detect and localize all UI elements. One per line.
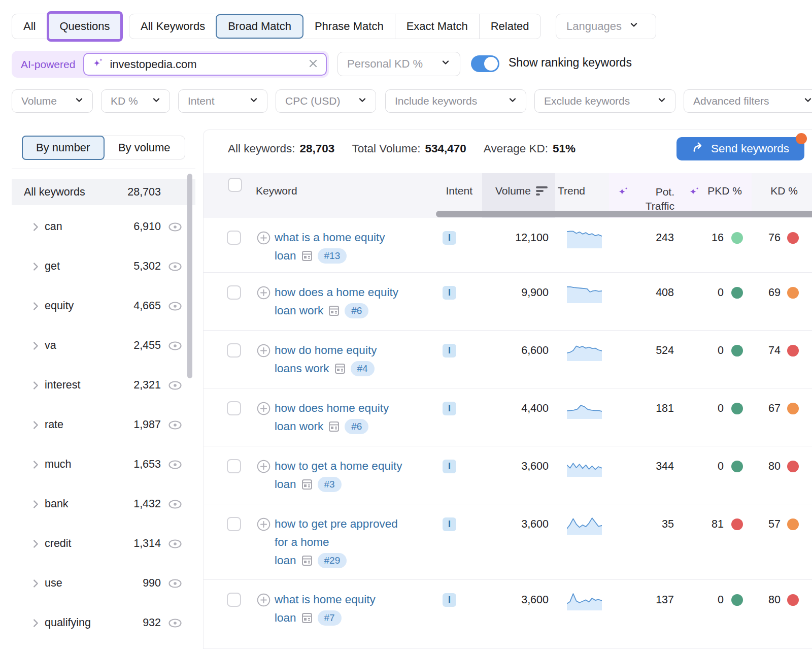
sort-tab-by-volume[interactable]: By volume [104, 136, 185, 159]
filter-kd-[interactable]: KD % [101, 89, 170, 113]
row-checkbox[interactable] [227, 401, 241, 415]
keyword-text[interactable]: loan [275, 609, 296, 627]
chevron-right-icon[interactable] [30, 301, 41, 314]
keyword-text-line[interactable]: for a home [275, 533, 452, 551]
sidebar-scrollbar[interactable] [187, 174, 192, 378]
keyword-text-line[interactable]: what is home equity [275, 591, 452, 609]
keyword-text-line[interactable]: how do home equity [275, 341, 452, 360]
tab-all[interactable]: All [12, 14, 47, 39]
add-keyword-icon[interactable] [257, 286, 270, 302]
tab-phrase-match[interactable]: Phrase Match [303, 14, 395, 39]
eye-icon[interactable] [167, 418, 183, 434]
filter-intent[interactable]: Intent [178, 89, 267, 113]
row-checkbox[interactable] [227, 593, 241, 607]
col-volume-sort[interactable]: Volume [495, 185, 548, 197]
keyword-text[interactable]: loan work [275, 302, 323, 320]
add-keyword-icon[interactable] [257, 460, 270, 475]
tab-broad-match[interactable]: Broad Match [216, 14, 303, 39]
chevron-right-icon[interactable] [30, 499, 41, 512]
keyword-link[interactable]: how does a home equityloan work#6 [275, 283, 452, 320]
keyword-link[interactable]: how to get a home equityloan#3 [275, 457, 452, 494]
add-keyword-icon[interactable] [257, 517, 270, 533]
keyword-text[interactable]: how to get a home equity [275, 457, 402, 475]
sidebar-keyword-group[interactable]: use 990 [12, 564, 195, 603]
search-input[interactable]: investopedia.com [83, 53, 327, 76]
keyword-text[interactable]: loans work [275, 360, 329, 378]
sidebar-keyword-group[interactable]: qualifying 932 [12, 603, 195, 643]
chevron-right-icon[interactable] [30, 578, 41, 591]
keyword-link[interactable]: how to get pre approvedfor a homeloan#29 [275, 515, 452, 570]
add-keyword-icon[interactable] [257, 344, 270, 360]
eye-icon[interactable] [167, 339, 183, 355]
filter-advanced-filters[interactable]: Advanced filters [684, 89, 812, 113]
keyword-text[interactable]: what is a home equity [275, 229, 385, 247]
keyword-text-line[interactable]: loan#7 [275, 609, 452, 627]
add-keyword-icon[interactable] [257, 402, 270, 417]
row-checkbox[interactable] [227, 285, 241, 300]
horizontal-scrollbar[interactable] [436, 211, 812, 217]
eye-icon[interactable] [167, 497, 183, 513]
add-keyword-icon[interactable] [257, 231, 270, 247]
keyword-text[interactable]: for a home [275, 533, 329, 551]
tab-exact-match[interactable]: Exact Match [395, 14, 479, 39]
tab-all-keywords[interactable]: All Keywords [129, 14, 216, 39]
clear-search-icon[interactable] [308, 58, 319, 71]
eye-icon[interactable] [167, 220, 183, 236]
personal-kd-dropdown[interactable]: Personal KD % [337, 52, 460, 76]
sidebar-keyword-group[interactable]: interest 2,321 [12, 366, 195, 405]
sidebar-keyword-group[interactable]: much 1,653 [12, 445, 195, 484]
keyword-text-line[interactable]: how does a home equity [275, 283, 452, 302]
keyword-text-line[interactable]: loan work#6 [275, 417, 452, 436]
eye-icon[interactable] [167, 616, 183, 632]
tab-related[interactable]: Related [479, 14, 540, 39]
add-keyword-icon[interactable] [257, 593, 270, 609]
keyword-text-line[interactable]: loan work#6 [275, 302, 452, 320]
send-keywords-button[interactable]: Send keywords [676, 137, 804, 160]
sort-tab-by-number[interactable]: By number [22, 136, 105, 160]
keyword-text-line[interactable]: how to get a home equity [275, 457, 452, 475]
keyword-text-line[interactable]: loan#29 [275, 551, 452, 570]
show-ranking-keywords-toggle[interactable] [471, 55, 499, 72]
keyword-text[interactable]: how does a home equity [275, 283, 398, 302]
eye-icon[interactable] [167, 458, 183, 474]
keyword-text[interactable]: how do home equity [275, 341, 377, 360]
chevron-right-icon[interactable] [30, 459, 41, 472]
keyword-text[interactable]: loan work [275, 417, 323, 436]
filter-include-keywords[interactable]: Include keywords [385, 89, 526, 113]
chevron-right-icon[interactable] [30, 221, 41, 235]
keyword-text[interactable]: what is home equity [275, 591, 376, 609]
chevron-right-icon[interactable] [30, 618, 41, 631]
chevron-right-icon[interactable] [30, 538, 41, 551]
eye-icon[interactable] [167, 299, 183, 315]
sidebar-keyword-group[interactable]: rate 1,987 [12, 405, 195, 445]
sidebar-keyword-group[interactable]: equity 4,665 [12, 286, 195, 326]
keyword-text[interactable]: loan [275, 475, 296, 494]
row-checkbox[interactable] [227, 517, 241, 531]
keyword-text-line[interactable]: how to get pre approved [275, 515, 452, 533]
chevron-right-icon[interactable] [30, 261, 41, 274]
languages-dropdown[interactable]: Languages [556, 14, 656, 39]
keyword-link[interactable]: what is home equityloan#7 [275, 591, 452, 627]
row-checkbox[interactable] [227, 231, 241, 245]
keyword-text-line[interactable]: loans work#4 [275, 360, 452, 378]
chevron-right-icon[interactable] [30, 340, 41, 353]
all-keywords-group[interactable]: All keywords 28,703 [12, 179, 195, 205]
row-checkbox[interactable] [227, 343, 241, 358]
keyword-text-line[interactable]: how does home equity [275, 399, 452, 417]
keyword-text[interactable]: loan [275, 551, 296, 570]
select-all-checkbox[interactable] [228, 178, 242, 192]
keyword-link[interactable]: what is a home equityloan#13 [275, 229, 452, 265]
eye-icon[interactable] [167, 537, 183, 553]
eye-icon[interactable] [167, 576, 183, 593]
keyword-text-line[interactable]: loan#3 [275, 475, 452, 494]
keyword-link[interactable]: how does home equityloan work#6 [275, 399, 452, 436]
keyword-text-line[interactable]: loan#13 [275, 247, 452, 265]
sidebar-keyword-group[interactable]: get 5,302 [12, 247, 195, 286]
chevron-right-icon[interactable] [30, 380, 41, 393]
keyword-text[interactable]: how to get pre approved [275, 515, 398, 533]
filter-volume[interactable]: Volume [12, 89, 93, 113]
eye-icon[interactable] [167, 378, 183, 395]
sidebar-keyword-group[interactable]: va 2,455 [12, 326, 195, 366]
keyword-text[interactable]: loan [275, 247, 296, 265]
keyword-text[interactable]: how does home equity [275, 399, 389, 417]
